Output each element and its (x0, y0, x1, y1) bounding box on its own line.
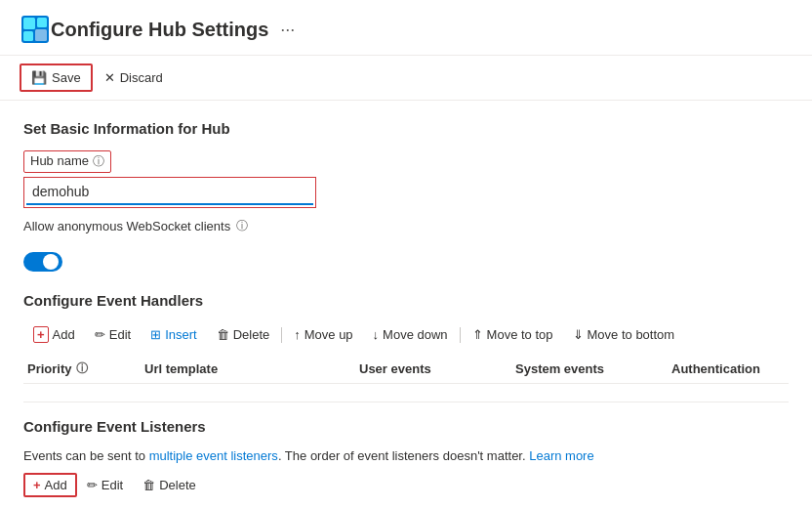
move-down-button[interactable]: ↓ Move down (363, 323, 458, 346)
col-priority: Priority ⓘ (23, 360, 141, 377)
authentication-label: Authentication (671, 361, 760, 376)
hub-name-group: Hub name ⓘ (23, 150, 789, 208)
desc-prefix: Events can be sent to (23, 448, 149, 463)
save-icon: 💾 (31, 70, 47, 85)
move-up-label: Move up (304, 327, 353, 342)
discard-label: Discard (120, 70, 163, 85)
move-to-top-button[interactable]: ⇑ Move to top (463, 323, 563, 346)
insert-icon: ⊞ (150, 327, 161, 342)
delete-listener-icon: 🗑 (142, 478, 155, 492)
add-label: Add (53, 327, 75, 342)
add-event-handler-button[interactable]: + Add (23, 322, 85, 347)
user-events-label: User events (359, 361, 431, 376)
anonymous-websocket-row: Allow anonymous WebSocket clients ⓘ (23, 218, 789, 234)
move-down-label: Move down (383, 327, 447, 342)
delete-icon: 🗑 (217, 327, 229, 342)
col-url-template: Url template (141, 360, 355, 377)
edit-listener-label: Edit (102, 478, 123, 492)
delete-label: Delete (233, 327, 270, 342)
discard-icon: ✕ (104, 70, 115, 85)
more-options-button[interactable]: ··· (280, 20, 295, 40)
add-listener-label: Add (45, 478, 67, 492)
desc-mid: . The order of event listeners doesn't m… (278, 448, 529, 463)
url-template-label: Url template (144, 361, 218, 376)
event-handlers-table-header: Priority ⓘ Url template User events Syst… (23, 355, 789, 384)
svg-rect-1 (23, 18, 35, 29)
anon-label: Allow anonymous WebSocket clients (23, 219, 230, 233)
azure-signalr-icon (20, 14, 51, 45)
save-label: Save (52, 70, 81, 85)
event-listeners-title: Configure Event Listeners (23, 418, 789, 435)
move-to-bottom-label: Move to bottom (588, 327, 675, 342)
svg-rect-4 (35, 29, 47, 41)
edit-listener-icon: ✏ (87, 478, 98, 492)
move-to-top-label: Move to top (487, 327, 553, 342)
hub-name-input[interactable] (26, 180, 313, 205)
learn-more-link[interactable]: Learn more (529, 448, 593, 463)
col-authentication: Authentication (668, 360, 804, 377)
add-event-listener-button[interactable]: + Add (23, 473, 77, 497)
hub-name-input-wrapper (23, 177, 316, 208)
save-button[interactable]: 💾 Save (20, 64, 93, 92)
system-events-label: System events (515, 361, 604, 376)
event-listeners-description: Events can be sent to multiple event lis… (23, 448, 789, 463)
move-up-button[interactable]: ↑ Move up (284, 323, 362, 346)
section-divider (23, 402, 789, 402)
event-handlers-toolbar: + Add ✏ Edit ⊞ Insert 🗑 Delete ↑ Move up… (23, 322, 789, 347)
move-up-icon: ↑ (294, 327, 301, 342)
move-down-icon: ↓ (373, 327, 380, 342)
hub-name-label: Hub name ⓘ (23, 150, 111, 173)
move-to-top-icon: ⇑ (472, 327, 483, 342)
move-to-bottom-button[interactable]: ⇓ Move to bottom (563, 323, 685, 346)
add-icon: + (33, 326, 49, 343)
hub-name-label-text: Hub name (30, 153, 89, 168)
event-handlers-title: Configure Event Handlers (23, 292, 789, 309)
edit-event-listener-button[interactable]: ✏ Edit (77, 474, 133, 496)
edit-icon: ✏ (95, 327, 105, 342)
move-to-bottom-icon: ⇓ (573, 327, 584, 342)
insert-event-handler-button[interactable]: ⊞ Insert (141, 323, 207, 346)
delete-listener-label: Delete (159, 478, 196, 492)
edit-event-handler-button[interactable]: ✏ Edit (85, 323, 141, 346)
page-header: Configure Hub Settings ··· (0, 0, 812, 56)
event-listeners-toolbar: + Add ✏ Edit 🗑 Delete (23, 473, 789, 497)
col-user-events: User events (355, 360, 511, 377)
multiple-listeners-link[interactable]: multiple event listeners (149, 448, 278, 463)
anon-toggle[interactable] (23, 252, 62, 272)
delete-event-handler-button[interactable]: 🗑 Delete (207, 323, 280, 346)
page-title: Configure Hub Settings (51, 19, 268, 41)
edit-label: Edit (109, 327, 131, 342)
basic-info-title: Set Basic Information for Hub (23, 120, 789, 137)
toolbar: 💾 Save ✕ Discard (0, 56, 812, 101)
priority-info-icon[interactable]: ⓘ (76, 360, 88, 377)
svg-rect-2 (37, 18, 47, 27)
main-content: Set Basic Information for Hub Hub name ⓘ… (0, 101, 812, 508)
discard-button[interactable]: ✕ Discard (95, 65, 173, 90)
event-listeners-section: Configure Event Listeners Events can be … (23, 418, 789, 508)
delete-event-listener-button[interactable]: 🗑 Delete (133, 474, 206, 496)
cmd-separator-1 (281, 327, 282, 343)
cmd-separator-2 (460, 327, 461, 343)
event-handlers-section: Configure Event Handlers + Add ✏ Edit ⊞ … (23, 292, 789, 384)
priority-label: Priority (27, 361, 72, 376)
anon-info-icon[interactable]: ⓘ (236, 218, 248, 234)
hub-name-label-row: Hub name ⓘ (23, 150, 789, 173)
insert-label: Insert (165, 327, 197, 342)
col-system-events: System events (511, 360, 668, 377)
svg-rect-3 (23, 31, 33, 41)
hub-name-info-icon[interactable]: ⓘ (93, 154, 104, 168)
add-listener-icon: + (33, 478, 41, 492)
